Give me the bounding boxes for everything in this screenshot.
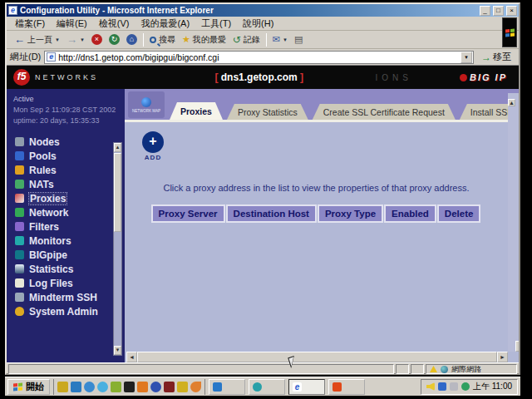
status-uptime: uptime: 20 days, 15:35:33 [13, 116, 120, 126]
scroll-up-icon[interactable]: ▲ [508, 99, 515, 106]
taskbar: 開始 e [5, 377, 520, 396]
bigip-product-text: BIG IP [470, 72, 507, 82]
instruction-text: Click a proxy address in the list to vie… [125, 183, 508, 193]
tray-icon[interactable] [461, 382, 470, 391]
menu-file[interactable]: 檔案(F) [10, 17, 50, 31]
tab-proxy-statistics[interactable]: Proxy Statistics [227, 104, 308, 120]
task-button-ie-active[interactable]: e [288, 379, 325, 395]
maximize-button[interactable]: □ [493, 6, 504, 16]
main-horizontal-scrollbar[interactable]: ◄ ► [126, 352, 508, 362]
go-icon: → [481, 52, 491, 63]
home-button[interactable]: ⌂ [124, 32, 140, 47]
stop-button[interactable]: × [89, 32, 105, 47]
quick-launch-icon[interactable] [124, 382, 135, 392]
task-button-4[interactable] [328, 379, 365, 395]
sidebar-item-filters[interactable]: Filters [7, 219, 125, 234]
sidebar-menu: Nodes Pools Rules NATs [7, 135, 125, 318]
sidebar-scroll-thumb[interactable] [114, 153, 121, 232]
status-pane [396, 364, 409, 374]
quick-launch-icon[interactable] [137, 382, 148, 392]
favorites-button[interactable]: ★ 我的最愛 [180, 32, 229, 47]
status-state: Active [13, 94, 120, 105]
sidebar-item-system-admin[interactable]: System Admin [7, 304, 125, 318]
quick-launch-icon[interactable] [84, 382, 95, 392]
monitors-icon [15, 236, 24, 245]
quick-launch-icon[interactable] [71, 382, 81, 392]
task-button-2[interactable] [249, 379, 285, 395]
main-vertical-scrollbar[interactable]: ▲ ▼ [508, 93, 519, 352]
main-frame: NETWORK MAP Proxies Proxy Statistics Cre… [125, 89, 519, 362]
sidebar-item-rules[interactable]: Rules [7, 163, 125, 177]
scroll-left-icon[interactable]: ◄ [126, 352, 137, 362]
forward-dropdown-icon[interactable]: ▼ [80, 37, 85, 42]
history-button[interactable]: ↺ 記錄 [230, 32, 263, 47]
menu-help[interactable]: 說明(H) [238, 17, 278, 31]
quick-launch-icon[interactable] [111, 382, 121, 392]
column-header-destination-host: Destination Host [226, 204, 317, 223]
proxy-table-header-row: Proxy Server Destination Host Proxy Type… [125, 204, 508, 223]
quick-launch-icon[interactable] [97, 382, 108, 392]
scroll-right-icon[interactable]: ► [497, 352, 508, 362]
proxies-content: + ADD Click a proxy address in the list … [125, 125, 508, 352]
quick-launch-icon[interactable] [177, 382, 188, 392]
sidebar-item-statistics[interactable]: Statistics [7, 262, 125, 276]
sidebar-item-mindterm-ssh[interactable]: Mindterm SSH [7, 290, 125, 304]
refresh-button[interactable]: ↻ [106, 32, 122, 47]
mail-button[interactable]: ✉ ▼ [270, 32, 290, 47]
network-map-button[interactable]: NETWORK MAP [128, 91, 165, 118]
f5-logo-icon: f5 [13, 69, 30, 86]
sidebar-item-monitors[interactable]: Monitors [7, 234, 125, 248]
mail-dropdown-icon[interactable]: ▼ [283, 37, 288, 42]
quick-launch-icon[interactable] [150, 382, 161, 392]
tab-create-ssl-certificate-request[interactable]: Create SSL Certificate Request [313, 104, 456, 120]
back-dropdown-icon[interactable]: ▼ [55, 37, 60, 42]
sidebar-item-pools[interactable]: Pools [7, 149, 125, 163]
sidebar-item-nodes[interactable]: Nodes [7, 135, 125, 149]
windows-logo-icon [13, 382, 22, 391]
menu-favorites[interactable]: 我的最愛(A) [135, 17, 195, 31]
favorites-label: 我的最愛 [193, 34, 226, 46]
tray-icon[interactable] [438, 382, 446, 391]
scroll-up-icon[interactable]: ▲ [114, 143, 121, 152]
back-icon: ← [14, 34, 25, 45]
search-button[interactable]: 搜尋 [147, 32, 178, 47]
system-admin-icon [15, 307, 24, 316]
history-icon: ↺ [233, 34, 241, 46]
desktop-capture: e Configuration Utility - Microsoft Inte… [0, 0, 532, 399]
scroll-down-icon[interactable]: ▼ [114, 346, 121, 355]
app-icon [332, 382, 342, 392]
volume-icon[interactable] [426, 382, 435, 391]
scroll-down-icon[interactable]: ▼ [515, 341, 519, 352]
quick-launch-icon[interactable] [190, 382, 201, 392]
back-button[interactable]: ← 上一頁 ▼ [12, 32, 62, 47]
sidebar-item-log-files[interactable]: Log Files [7, 276, 125, 290]
go-button[interactable]: → 移至 [477, 51, 515, 63]
sidebar-item-bigpipe[interactable]: BIGpipe [7, 248, 125, 262]
close-button[interactable]: × [506, 6, 517, 16]
quick-launch-icon[interactable] [164, 382, 175, 392]
sidebar-item-nats[interactable]: NATs [7, 177, 125, 191]
add-button[interactable]: + ADD [138, 131, 168, 161]
horizontal-scroll-thumb[interactable] [137, 352, 497, 362]
sidebar-item-proxies[interactable]: Proxies [7, 191, 125, 205]
menu-view[interactable]: 檢視(V) [94, 17, 135, 31]
tab-proxies[interactable]: Proxies [170, 102, 223, 120]
menu-edit[interactable]: 編輯(E) [52, 17, 92, 31]
quick-launch-icon[interactable] [57, 382, 68, 392]
bigip-logo: BIG IP [460, 72, 507, 82]
sidebar-item-network[interactable]: Network [7, 205, 125, 219]
address-bar: 網址(D) e ▼ → 移至 [7, 49, 519, 66]
task-button-1[interactable] [209, 379, 245, 395]
forward-button[interactable]: → ▼ [64, 32, 87, 47]
add-icon[interactable]: + [142, 131, 164, 153]
address-dropdown-icon[interactable]: ▼ [461, 52, 472, 63]
ie-document-icon: e [8, 6, 17, 15]
system-status: Active Mon Sep 2 11:09:28 CST 2002 uptim… [7, 89, 125, 128]
menu-tools[interactable]: 工具(T) [196, 17, 236, 31]
start-button[interactable]: 開始 [7, 379, 50, 395]
tray-icon[interactable] [450, 382, 458, 391]
print-button[interactable]: ▤ [292, 32, 305, 47]
minimize-button[interactable]: _ [480, 6, 490, 16]
sidebar-scrollbar[interactable]: ▲ ▼ [113, 142, 122, 356]
address-input[interactable] [58, 52, 458, 62]
